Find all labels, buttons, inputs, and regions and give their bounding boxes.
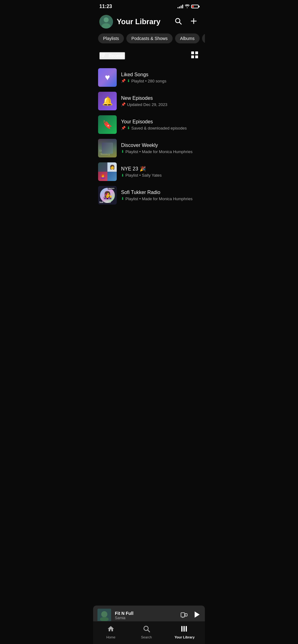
svg-line-4 [179,22,182,24]
library-item-liked-songs[interactable]: ♥ Liked Songs 📌 ⬇ Playlist • 280 songs [98,66,200,89]
discover-weekly-meta-text: Playlist • Made for Monica Humphries [125,149,192,154]
filter-playlists[interactable]: Playlists [98,33,124,43]
pin-icon: 📌 [121,79,126,83]
nye-23-meta-text: Playlist • Sally Yates [125,173,162,178]
sofi-label: Sofi Tukker [99,201,111,203]
nye-23-meta: ⬇ Playlist • Sally Yates [121,173,200,178]
library-item-nye-23[interactable]: 👩 👩‍🦰 NYE 23 🎉 ⬇ Playlist • Sally Yates [98,160,200,183]
nye-23-title: NYE 23 🎉 [121,166,200,172]
heart-icon: ♥ [105,73,110,82]
pin-icon-3: 📌 [121,126,126,130]
sofi-tukker-meta-text: Playlist • Made for Monica Humphries [125,196,192,201]
header-actions [173,16,199,27]
library-item-new-episodes[interactable]: 🔔 New Episodes 📌 Updated Dec 29, 2023 [98,89,200,113]
sofi-tukker-thumb: 👩‍🎤 Sofi Tukker RADIO [98,186,117,205]
status-icons [178,4,199,9]
liked-songs-meta: 📌 ⬇ Playlist • 280 songs [121,79,200,83]
your-episodes-meta-text: Saved & downloaded episodes [131,126,187,130]
svg-rect-10 [195,55,198,58]
download-icon-5: ⬇ [121,196,124,201]
library-item-discover-weekly[interactable]: DiscoverWeekly Discover Weekly ⬇ Playlis… [98,136,200,160]
your-episodes-title: Your Episodes [121,119,200,125]
battery-icon [191,5,199,8]
pin-icon-2: 📌 [121,102,126,107]
discover-weekly-thumb: DiscoverWeekly [98,139,117,157]
svg-rect-9 [191,55,194,58]
your-episodes-meta: 📌 ⬇ Saved & downloaded episodes [121,126,200,130]
header: Your Library [93,12,205,33]
liked-songs-title: Liked Songs [121,72,200,77]
svg-rect-7 [191,51,194,54]
download-icon-3: ⬇ [121,149,124,154]
nye-23-info: NYE 23 🎉 ⬇ Playlist • Sally Yates [121,166,200,178]
wifi-icon [185,4,190,9]
sort-row: Recents [93,50,205,66]
signal-bars-icon [178,5,183,8]
library-item-your-episodes[interactable]: 🔖 Your Episodes 📌 ⬇ Saved & downloaded e… [98,113,200,136]
sofi-tukker-title: Sofi Tukker Radio [121,190,200,195]
sort-label: Recents [109,53,124,58]
library-list: ♥ Liked Songs 📌 ⬇ Playlist • 280 songs 🔔… [93,66,205,207]
discover-weekly-meta: ⬇ Playlist • Made for Monica Humphries [121,149,200,154]
svg-point-1 [104,17,109,22]
header-left: Your Library [99,15,160,29]
your-episodes-thumb: 🔖 [98,115,117,134]
download-icon: ⬇ [127,79,130,83]
new-episodes-title: New Episodes [121,95,200,101]
sofi-tukker-info: Sofi Tukker Radio ⬇ Playlist • Made for … [121,190,200,201]
liked-songs-info: Liked Songs 📌 ⬇ Playlist • 280 songs [121,72,200,83]
search-button[interactable] [173,16,183,27]
status-bar: 11:23 [93,0,205,12]
download-icon-2: ⬇ [127,126,130,130]
svg-rect-8 [195,51,198,54]
download-icon-4: ⬇ [121,173,124,178]
liked-songs-thumb: ♥ [98,68,117,87]
sort-arrows-icon [100,53,106,59]
discover-weekly-info: Discover Weekly ⬇ Playlist • Made for Mo… [121,143,200,154]
new-episodes-thumb: 🔔 [98,92,117,110]
page-title: Your Library [117,17,160,26]
avatar[interactable] [99,15,113,29]
library-item-sofi-tukker-radio[interactable]: 👩‍🎤 Sofi Tukker RADIO Sofi Tukker Radio … [98,183,200,207]
add-button[interactable] [189,16,199,27]
status-time: 11:23 [99,4,112,9]
bookmark-icon: 🔖 [102,120,112,130]
filter-podcasts-shows[interactable]: Podcasts & Shows [126,33,173,43]
bell-icon: 🔔 [102,96,113,106]
nye-23-thumb: 👩 👩‍🦰 [98,162,117,181]
new-episodes-meta-text: Updated Dec 29, 2023 [127,102,167,107]
filter-artists[interactable]: Artists [202,33,205,43]
radio-label: RADIO [108,187,115,190]
grid-view-button[interactable] [191,51,199,61]
discover-weekly-title: Discover Weekly [121,143,200,148]
liked-songs-meta-text: Playlist • 280 songs [131,79,166,83]
new-episodes-meta: 📌 Updated Dec 29, 2023 [121,102,200,107]
filter-row: Playlists Podcasts & Shows Albums Artist… [93,33,205,50]
your-episodes-info: Your Episodes 📌 ⬇ Saved & downloaded epi… [121,119,200,130]
filter-albums[interactable]: Albums [175,33,200,43]
new-episodes-info: New Episodes 📌 Updated Dec 29, 2023 [121,95,200,107]
sort-button[interactable]: Recents [99,52,125,60]
sofi-tukker-meta: ⬇ Playlist • Made for Monica Humphries [121,196,200,201]
